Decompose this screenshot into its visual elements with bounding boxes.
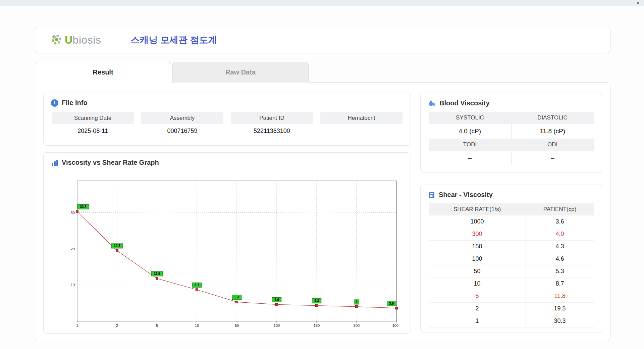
field-label: Scanning Date [52, 112, 134, 124]
graph-title: Viscosity vs Shear Rate Graph [44, 153, 411, 170]
file-info-field-assembly: Assembly000716759 [141, 112, 223, 138]
svg-text:50: 50 [235, 323, 239, 328]
app-header: Ubiosis 스캐닝 모세관 점도계 [35, 27, 610, 53]
column-header-patient: PATIENT(cp) [526, 203, 594, 215]
table-cell: 30.3 [526, 315, 594, 327]
window-titlebar: × [0, 0, 644, 6]
file-info-title-text: File Info [62, 99, 88, 107]
file-info-fields: Scanning Date2025-08-11Assembly000716759… [44, 111, 411, 138]
file-info-card: i File Info Scanning Date2025-08-11Assem… [43, 93, 411, 146]
table-row: 219.5 [429, 302, 594, 315]
todi-value: – [429, 151, 512, 165]
svg-text:100: 100 [274, 323, 280, 328]
table-cell: 50 [429, 265, 526, 278]
svg-text:150: 150 [314, 323, 320, 328]
file-info-field-patient-id: Patient ID52211363100 [231, 112, 313, 138]
todi-label: TODI [429, 139, 511, 151]
table-row: 3004.0 [429, 228, 594, 240]
svg-text:19.5: 19.5 [114, 244, 120, 248]
diastolic-label: DIASTOLIC [511, 112, 594, 124]
droplet-icon [428, 99, 436, 107]
close-icon[interactable]: × [637, 0, 640, 6]
bar-chart-icon [51, 159, 58, 166]
field-value: 000716759 [141, 124, 223, 138]
ubiosis-logo: Ubiosis [51, 34, 101, 46]
table-cell: 1000 [429, 215, 526, 228]
svg-text:4.6: 4.6 [274, 298, 279, 302]
table-cell: 11.8 [526, 290, 594, 302]
viscosity-chart: 1251050100150300100010203030.319.511.88.… [65, 178, 398, 330]
tab-raw-data[interactable]: Raw Data [172, 62, 309, 83]
svg-text:10: 10 [195, 323, 199, 328]
systolic-value: 4.0 (cP) [429, 124, 512, 139]
field-value: 2025-08-11 [52, 124, 134, 138]
field-label: Assembly [141, 112, 223, 124]
file-info-title: i File Info [44, 93, 411, 111]
svg-text:4: 4 [356, 300, 358, 304]
svg-text:3.6: 3.6 [389, 302, 394, 305]
field-value [320, 124, 402, 138]
table-row: 130.3 [429, 315, 594, 327]
blood-viscosity-grid: SYSTOLIC DIASTOLIC 4.0 (cP) 11.8 (cP) TO… [421, 111, 602, 165]
table-cell: 3.6 [526, 215, 594, 228]
table-row: 1004.6 [429, 253, 594, 265]
table-cell: 5 [429, 290, 526, 302]
odi-value: – [512, 151, 594, 165]
field-value: 52211363100 [231, 124, 313, 138]
table-row: 1504.3 [429, 240, 594, 253]
blood-viscosity-title: Blood Viscosity [421, 93, 602, 111]
table-cell: 5.3 [526, 265, 594, 278]
shear-viscosity-title-text: Shear - Viscosity [439, 191, 493, 199]
table-row: 108.7 [429, 278, 594, 290]
result-panel: i File Info Scanning Date2025-08-11Assem… [35, 82, 610, 341]
shear-viscosity-table: SHEAR RATE(1/s) PATIENT(cp) 10003.63004.… [429, 203, 594, 328]
graph-title-text: Viscosity vs Shear Rate Graph [62, 159, 159, 166]
svg-text:4.3: 4.3 [314, 299, 319, 303]
page-title: 스캐닝 모세관 점도계 [130, 34, 217, 46]
svg-text:5: 5 [156, 323, 158, 328]
svg-text:30.3: 30.3 [80, 205, 87, 209]
table-cell: 4.0 [526, 228, 594, 240]
graph-card: Viscosity vs Shear Rate Graph 1251050100… [43, 152, 411, 334]
systolic-label: SYSTOLIC [429, 112, 511, 124]
table-cell: 300 [429, 228, 526, 240]
logo-text: Ubiosis [65, 34, 101, 46]
table-cell: 2 [429, 302, 526, 315]
svg-text:5.3: 5.3 [234, 295, 239, 299]
table-cell: 150 [429, 240, 526, 253]
svg-text:30: 30 [71, 211, 75, 215]
table-cell: 4.6 [526, 253, 594, 265]
svg-text:300: 300 [354, 323, 360, 328]
table-cell: 19.5 [526, 302, 594, 315]
blood-viscosity-title-text: Blood Viscosity [439, 99, 490, 107]
table-cell: 100 [429, 253, 526, 265]
blood-viscosity-card: Blood Viscosity SYSTOLIC DIASTOLIC 4.0 (… [420, 93, 602, 172]
info-icon: i [51, 99, 58, 107]
logo-dots-icon [51, 34, 63, 46]
diastolic-value: 11.8 (cP) [512, 124, 594, 139]
calculator-icon [428, 191, 435, 199]
table-row: 10003.6 [429, 215, 594, 228]
tab-bar: Result Raw Data [35, 62, 610, 83]
svg-text:11.8: 11.8 [154, 272, 160, 276]
shear-viscosity-card: Shear - Viscosity SHEAR RATE(1/s) PATIEN… [420, 185, 602, 333]
table-cell: 10 [429, 278, 526, 290]
table-row: 511.8 [429, 290, 594, 302]
field-label: Patient ID [231, 112, 313, 124]
file-info-field-hematocrit: Hematocrit [320, 112, 402, 138]
svg-text:8.7: 8.7 [195, 283, 199, 287]
svg-text:1000: 1000 [392, 323, 398, 328]
svg-text:10: 10 [71, 283, 75, 287]
odi-label: ODI [511, 139, 594, 151]
file-info-field-scanning-date: Scanning Date2025-08-11 [52, 112, 134, 138]
svg-text:2: 2 [116, 323, 118, 328]
svg-text:20: 20 [71, 247, 75, 251]
tab-result[interactable]: Result [35, 62, 171, 83]
column-header-shear-rate: SHEAR RATE(1/s) [429, 203, 526, 215]
svg-text:1: 1 [76, 323, 78, 328]
table-row: 505.3 [429, 265, 594, 278]
table-cell: 4.3 [526, 240, 594, 253]
app-window: Ubiosis 스캐닝 모세관 점도계 Result Raw Data i Fi… [35, 27, 610, 341]
field-label: Hematocrit [320, 112, 402, 124]
table-cell: 8.7 [526, 278, 594, 290]
